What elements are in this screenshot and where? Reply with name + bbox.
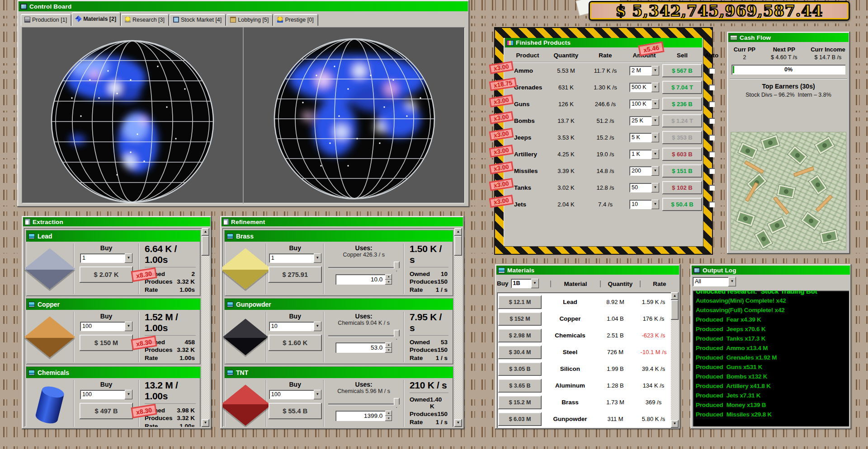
uses-spinner[interactable]: 53.0▲▼ bbox=[335, 342, 392, 353]
extraction-titlebar[interactable]: Extraction bbox=[23, 217, 210, 226]
scrollbar-thumb[interactable] bbox=[671, 300, 679, 320]
amount-select[interactable]: 25 K▼ bbox=[629, 116, 659, 126]
amount-select[interactable]: 500 K▼ bbox=[629, 83, 659, 92]
sell-button[interactable]: $ 603 B bbox=[662, 148, 702, 161]
chevron-down-icon[interactable]: ▼ bbox=[125, 390, 132, 399]
scrollbar-vertical[interactable]: ▲ ▼ bbox=[671, 292, 679, 428]
amount-select[interactable]: 10▼ bbox=[629, 200, 659, 209]
sell-button[interactable]: $ 1.24 T bbox=[662, 114, 702, 127]
uses-spinner[interactable]: 1399.0▲▼ bbox=[335, 411, 392, 421]
amount-select[interactable]: 50▼ bbox=[629, 183, 659, 192]
chevron-down-icon[interactable]: ▼ bbox=[314, 390, 321, 399]
buy-material-button[interactable]: $ 2.98 M bbox=[498, 329, 542, 342]
chevron-down-icon[interactable]: ▼ bbox=[651, 150, 659, 159]
slider-thumb[interactable] bbox=[394, 398, 400, 408]
slider-thumb[interactable] bbox=[394, 330, 400, 340]
chevron-down-icon[interactable]: ▼ bbox=[728, 277, 736, 286]
chevron-down-icon[interactable]: ▼ bbox=[125, 322, 132, 331]
output-log-titlebar[interactable]: Output Log bbox=[692, 266, 850, 275]
slider-thumb[interactable] bbox=[394, 262, 400, 271]
chevron-down-icon[interactable]: ▼ bbox=[651, 99, 659, 109]
sell-button[interactable]: $ 353 B bbox=[662, 131, 702, 144]
buy-price-button[interactable]: $ 55.4 B bbox=[269, 403, 322, 419]
auto-checkbox[interactable] bbox=[709, 101, 715, 107]
auto-checkbox[interactable] bbox=[709, 185, 715, 191]
materials-titlebar[interactable]: Materials bbox=[496, 266, 679, 275]
uses-slider[interactable] bbox=[328, 398, 400, 408]
spin-value[interactable]: 10.0 bbox=[335, 274, 385, 285]
scroll-up-icon[interactable]: ▲ bbox=[454, 228, 462, 236]
spin-down-icon[interactable]: ▼ bbox=[385, 416, 392, 421]
buy-quantity-select[interactable]: 100▼ bbox=[80, 322, 132, 331]
scroll-down-icon[interactable]: ▼ bbox=[454, 419, 462, 427]
chevron-down-icon[interactable]: ▼ bbox=[314, 253, 321, 263]
chevron-down-icon[interactable]: ▼ bbox=[651, 183, 659, 192]
amount-select[interactable]: 2 M▼ bbox=[629, 66, 659, 75]
scrollbar-vertical[interactable]: ▲ ▼ bbox=[202, 228, 209, 427]
spin-up-icon[interactable]: ▲ bbox=[385, 342, 392, 348]
scrollbar-thumb[interactable] bbox=[202, 236, 209, 256]
auto-checkbox[interactable] bbox=[709, 151, 715, 157]
buy-price-button[interactable]: $ 497 B bbox=[80, 403, 133, 419]
buy-quantity-select[interactable]: 100▼ bbox=[80, 390, 132, 399]
buy-material-button[interactable]: $ 3.05 B bbox=[498, 362, 542, 376]
auto-checkbox[interactable] bbox=[709, 135, 715, 140]
amount-select[interactable]: 1 K▼ bbox=[629, 150, 659, 159]
buy-material-button[interactable]: $ 152 M bbox=[498, 312, 542, 326]
tab-lobbying[interactable]: Lobbying [5] bbox=[226, 14, 273, 26]
buy-quantity-select[interactable]: 100▼ bbox=[269, 390, 321, 399]
amount-select[interactable]: 100 K▼ bbox=[629, 99, 659, 109]
chevron-down-icon[interactable]: ▼ bbox=[651, 200, 659, 209]
amount-select[interactable]: 5 K▼ bbox=[629, 133, 659, 142]
spin-down-icon[interactable]: ▼ bbox=[385, 280, 392, 285]
uses-slider[interactable] bbox=[328, 262, 400, 271]
uses-spinner[interactable]: 10.0▲▼ bbox=[335, 274, 392, 285]
buy-material-button[interactable]: $ 15.2 M bbox=[498, 396, 542, 409]
uses-slider[interactable] bbox=[328, 330, 400, 340]
chevron-down-icon[interactable]: ▼ bbox=[651, 166, 659, 176]
tab-production[interactable]: Production [1] bbox=[21, 14, 71, 26]
buy-material-button[interactable]: $ 6.03 M bbox=[498, 412, 542, 426]
cash-flow-titlebar[interactable]: Cash Flow bbox=[728, 33, 849, 42]
buy-price-button[interactable]: $ 1.60 K bbox=[269, 335, 322, 351]
buy-price-button[interactable]: $ 150 M bbox=[80, 335, 133, 351]
buy-quantity-select[interactable]: 1▼ bbox=[269, 253, 321, 263]
tab-prestige[interactable]: Prestige [0] bbox=[274, 14, 318, 26]
finished-products-titlebar[interactable]: Finished Products bbox=[505, 38, 702, 47]
log-area[interactable]: Unlocked research: Stock Trading Bot Aut… bbox=[693, 290, 849, 426]
sell-button[interactable]: $ 236 B bbox=[662, 98, 702, 111]
refinement-titlebar[interactable]: Refinement bbox=[222, 217, 463, 226]
log-filter-select[interactable]: All▼ bbox=[693, 277, 736, 286]
sell-button[interactable]: $ 567 B bbox=[662, 64, 702, 77]
sell-button[interactable]: $ 7.04 T bbox=[662, 81, 702, 94]
chevron-down-icon[interactable]: ▼ bbox=[651, 66, 659, 75]
chevron-down-icon[interactable]: ▼ bbox=[314, 322, 321, 331]
buy-material-button[interactable]: $ 12.1 M bbox=[498, 295, 542, 309]
spin-value[interactable]: 53.0 bbox=[335, 342, 385, 353]
spin-up-icon[interactable]: ▲ bbox=[385, 274, 392, 280]
scroll-down-icon[interactable]: ▼ bbox=[671, 420, 679, 428]
scroll-down-icon[interactable]: ▼ bbox=[202, 419, 209, 427]
spin-up-icon[interactable]: ▲ bbox=[385, 411, 392, 416]
buy-quantity-select[interactable]: 1▼ bbox=[80, 253, 132, 263]
chevron-down-icon[interactable]: ▼ bbox=[651, 116, 659, 126]
buy-material-button[interactable]: $ 3.65 B bbox=[498, 379, 542, 393]
tab-stock-market[interactable]: Stock Market [4] bbox=[170, 14, 226, 26]
chevron-down-icon[interactable]: ▼ bbox=[651, 133, 659, 142]
auto-checkbox[interactable] bbox=[709, 201, 715, 207]
spin-down-icon[interactable]: ▼ bbox=[385, 348, 392, 353]
buy-material-button[interactable]: $ 30.4 M bbox=[498, 346, 542, 359]
chevron-down-icon[interactable]: ▼ bbox=[651, 83, 659, 92]
sell-button[interactable]: $ 102 B bbox=[662, 181, 702, 194]
auto-checkbox[interactable] bbox=[709, 84, 715, 90]
buy-price-button[interactable]: $ 275.91 bbox=[269, 267, 322, 283]
tab-materials[interactable]: Materials [2] bbox=[72, 12, 121, 26]
buy-quantity-select[interactable]: 10▼ bbox=[269, 322, 321, 331]
buy-price-button[interactable]: $ 2.07 K bbox=[80, 267, 133, 283]
scroll-up-icon[interactable]: ▲ bbox=[671, 292, 679, 300]
scrollbar-thumb[interactable] bbox=[454, 236, 462, 256]
auto-checkbox[interactable] bbox=[709, 118, 715, 124]
sell-button[interactable]: $ 50.4 B bbox=[662, 198, 702, 211]
scrollbar-vertical[interactable]: ▲ ▼ bbox=[454, 228, 462, 427]
auto-checkbox[interactable] bbox=[709, 168, 715, 174]
